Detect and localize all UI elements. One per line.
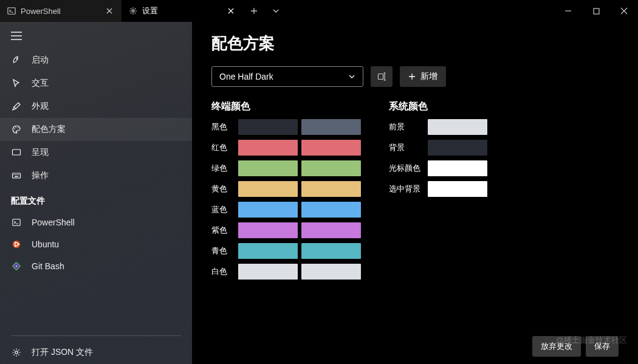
svg-point-11 [18, 127, 19, 128]
color-swatch-normal[interactable] [238, 202, 298, 218]
tab-dropdown-button[interactable] [265, 0, 287, 22]
color-swatch-normal[interactable] [238, 243, 298, 259]
terminal-colors-section: 终端颜色 黑色红色绿色黄色蓝色紫色青色白色 [211, 100, 361, 280]
close-icon[interactable] [105, 6, 114, 16]
sidebar: 启动 交互 外观 配色 [0, 22, 192, 364]
svg-rect-12 [13, 149, 21, 155]
color-swatch[interactable] [428, 160, 487, 176]
svg-rect-0 [8, 8, 15, 15]
section-title-system: 系统颜色 [389, 100, 487, 113]
color-label: 白色 [211, 266, 235, 277]
svg-point-9 [14, 128, 15, 129]
svg-point-8 [16, 58, 18, 60]
color-row: 选中背景 [389, 181, 487, 197]
new-tab-button[interactable] [243, 0, 265, 22]
color-swatch[interactable] [428, 181, 487, 197]
system-colors-section: 系统颜色 前景背景光标颜色选中背景 [389, 100, 487, 280]
rocket-icon [11, 55, 22, 65]
sidebar-item-actions[interactable]: 操作 [0, 164, 192, 187]
sidebar-item-rendering[interactable]: 呈现 [0, 141, 192, 164]
color-row: 绿色 [211, 160, 361, 176]
monitor-icon [11, 148, 22, 157]
discard-button[interactable]: 放弃更改 [532, 336, 581, 357]
maximize-button[interactable] [582, 0, 610, 22]
ubuntu-icon [11, 240, 22, 249]
close-icon[interactable] [226, 6, 236, 16]
color-swatch-bright[interactable] [301, 222, 361, 238]
save-button[interactable]: 保存 [586, 336, 619, 357]
color-swatch-bright[interactable] [301, 243, 361, 259]
svg-rect-4 [594, 9, 599, 14]
nav-section: 启动 交互 外观 配色 [0, 49, 192, 187]
color-swatch-bright[interactable] [301, 202, 361, 218]
sidebar-item-label: 呈现 [32, 147, 49, 158]
sidebar-item-profile-ubuntu[interactable]: Ubuntu [0, 233, 192, 255]
sidebar-item-label: PowerShell [32, 218, 75, 227]
footer-actions: 放弃更改 保存 [211, 329, 619, 357]
gear-icon [11, 348, 22, 357]
color-label: 黑色 [211, 122, 235, 132]
scheme-select-value: One Half Dark [219, 72, 273, 81]
color-swatch-normal[interactable] [238, 160, 298, 176]
color-label: 选中背景 [389, 184, 424, 194]
plus-icon [408, 73, 416, 80]
color-row: 前景 [389, 119, 487, 135]
tab-powershell[interactable]: PowerShell [0, 0, 122, 22]
divider [11, 335, 181, 336]
color-row: 黑色 [211, 119, 361, 135]
color-swatch-bright[interactable] [301, 181, 361, 197]
color-swatch-bright[interactable] [301, 160, 361, 176]
open-json-button[interactable]: 打开 JSON 文件 [0, 341, 192, 364]
color-row: 白色 [211, 264, 361, 280]
brush-icon [11, 101, 22, 111]
close-button[interactable] [610, 0, 638, 22]
sidebar-item-label: 操作 [32, 170, 49, 181]
rename-button[interactable] [371, 66, 393, 87]
color-swatch-bright[interactable] [301, 264, 361, 280]
profiles-section: PowerShell Ubuntu Git Bash [0, 211, 192, 277]
sidebar-item-startup[interactable]: 启动 [0, 49, 192, 72]
sidebar-item-label: Ubuntu [32, 239, 59, 249]
color-label: 蓝色 [211, 204, 235, 215]
cursor-icon [11, 78, 22, 88]
chevron-down-icon [348, 74, 355, 79]
add-button-label: 新增 [420, 71, 437, 82]
svg-rect-30 [379, 74, 383, 80]
color-row: 蓝色 [211, 202, 361, 218]
gitbash-icon [11, 262, 22, 270]
tab-label: 设置 [142, 5, 221, 16]
minimize-button[interactable] [554, 0, 582, 22]
terminal-icon [7, 7, 16, 15]
color-swatch-bright[interactable] [301, 119, 361, 135]
terminal-icon [11, 218, 22, 227]
svg-point-28 [16, 266, 17, 267]
svg-point-2 [132, 10, 134, 12]
page-title: 配色方案 [211, 33, 619, 54]
scheme-select[interactable]: One Half Dark [211, 66, 363, 87]
sidebar-item-color-schemes[interactable]: 配色方案 [0, 118, 192, 141]
sidebar-item-profile-powershell[interactable]: PowerShell [0, 211, 192, 233]
sidebar-item-interaction[interactable]: 交互 [0, 72, 192, 95]
sidebar-item-appearance[interactable]: 外观 [0, 95, 192, 118]
color-swatch-normal[interactable] [238, 181, 298, 197]
sidebar-item-label: 交互 [32, 78, 49, 89]
sidebar-item-profile-gitbash[interactable]: Git Bash [0, 255, 192, 277]
color-label: 红色 [211, 142, 235, 153]
titlebar: PowerShell 设置 [0, 0, 638, 22]
palette-icon [11, 125, 22, 134]
sidebar-item-label: 外观 [32, 101, 49, 112]
hamburger-button[interactable] [0, 22, 192, 49]
color-swatch-normal[interactable] [238, 222, 298, 238]
color-row: 黄色 [211, 181, 361, 197]
color-swatch[interactable] [428, 119, 487, 135]
color-swatch-bright[interactable] [301, 140, 361, 156]
add-scheme-button[interactable]: 新增 [400, 66, 446, 87]
color-swatch-normal[interactable] [238, 140, 298, 156]
color-swatch-normal[interactable] [238, 264, 298, 280]
color-swatch[interactable] [428, 140, 487, 156]
tab-strip: PowerShell 设置 [0, 0, 554, 22]
tab-label: PowerShell [21, 7, 100, 16]
svg-point-29 [15, 351, 18, 354]
color-swatch-normal[interactable] [238, 119, 298, 135]
tab-settings[interactable]: 设置 [122, 0, 243, 22]
